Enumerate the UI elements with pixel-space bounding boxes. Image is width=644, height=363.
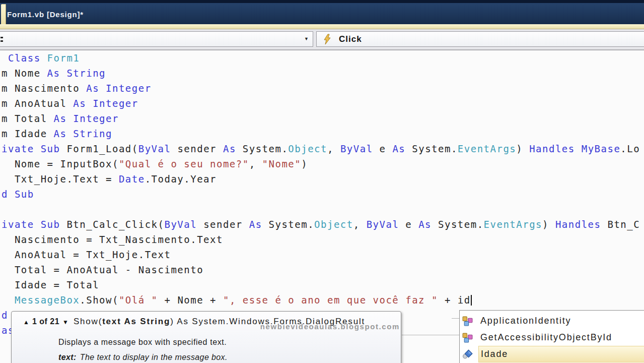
code-token: System.: [262, 219, 315, 230]
adjacent-active-tab-edge[interactable]: [1, 4, 6, 25]
code-token: Nascimento = Txt_Nascimento.Text: [2, 234, 223, 245]
vs-editor-window: Form1.vb [Design]* ▼ Click Class Form1m …: [0, 0, 644, 363]
code-token: System.: [432, 219, 484, 230]
code-token: Idade = Total: [2, 279, 99, 290]
code-token: As: [418, 219, 432, 230]
intellisense-completion-list: ApplicationIdentityGetAccessibilityObjec…: [459, 310, 644, 363]
event-combo-value: Click: [339, 34, 362, 44]
code-line: m Nascimento As Integer: [2, 81, 640, 96]
code-token: AnoAtual = Txt_Hoje.Text: [2, 249, 171, 260]
code-token: EventArgs: [458, 143, 516, 154]
code-token: ,: [353, 219, 367, 230]
scope-combo[interactable]: ▼: [0, 31, 313, 47]
overload-next-arrow-icon[interactable]: ▼: [62, 319, 68, 326]
code-token: As: [392, 143, 405, 154]
code-line: Nome = InputBox("Qual é o seu nome?", "N…: [2, 156, 640, 171]
code-token: sender: [171, 143, 223, 154]
code-token: Object: [288, 143, 327, 154]
code-line: m Idade As String: [2, 126, 640, 141]
code-token: m Total: [2, 113, 54, 124]
completion-item-label: GetAccessibilityObjectById: [478, 329, 644, 346]
code-token: "Qual é o seu nome?": [119, 158, 249, 169]
code-line: d Sub: [2, 187, 640, 202]
completion-item[interactable]: GetAccessibilityObjectById: [460, 329, 644, 346]
text-caret: [471, 295, 472, 306]
code-token: ): [301, 158, 308, 169]
code-token: e: [373, 143, 393, 154]
overload-prev-arrow-icon[interactable]: ▲: [23, 319, 29, 326]
parameter-name: text:: [58, 353, 77, 361]
code-token: .Today.Year: [145, 173, 217, 185]
code-line: MessageBox.Show("Olá " + Nome + ", esse …: [2, 292, 640, 308]
code-token: .Lo: [620, 143, 640, 154]
code-token: System.: [405, 143, 458, 154]
code-token: EventArgs: [484, 219, 542, 230]
signature-prefix: Show(: [74, 317, 102, 326]
overload-count: 1 of 21: [32, 317, 59, 326]
code-token: m Idade: [2, 128, 54, 139]
ui-artifact-line: [402, 335, 459, 335]
code-token: ByVal: [164, 219, 197, 230]
code-token: ,: [327, 143, 340, 154]
scope-combo-clipped-text: [1, 36, 3, 43]
code-line: Total = AnoAtual - Nascimento: [2, 262, 640, 277]
code-token: Nome = InputBox(: [2, 158, 119, 169]
code-token: + Nome +: [158, 294, 223, 306]
code-token: ,: [249, 158, 262, 169]
watermark-text: newbievideoaulas.blogspot.com: [260, 322, 400, 331]
code-token: As Integer: [73, 98, 138, 109]
parameter-text: The text to display in the message box.: [80, 353, 228, 361]
document-tab-bar: Form1.vb [Design]*: [0, 0, 644, 24]
class-icon: [462, 316, 478, 327]
completion-item[interactable]: ApplicationIdentity: [460, 313, 644, 329]
private-field-icon: [462, 349, 478, 360]
code-token: As Integer: [54, 113, 119, 124]
code-token: As: [223, 143, 236, 154]
code-line: ivate Sub Btn_Calc_Click(ByVal sender As…: [2, 217, 640, 232]
ui-artifact-line: [452, 318, 459, 319]
completion-item-label: Idade: [478, 346, 644, 362]
code-token: As String: [54, 128, 112, 139]
event-combo[interactable]: Click: [316, 31, 644, 47]
chevron-down-icon[interactable]: ▼: [304, 36, 309, 41]
completion-item[interactable]: Idade: [460, 346, 644, 362]
code-token: Btn_Calc_Click(: [60, 219, 164, 230]
code-line: m Total As Integer: [2, 111, 640, 126]
code-token: Date: [119, 173, 145, 185]
code-token: d Sub: [2, 189, 34, 200]
class-icon: [462, 332, 478, 343]
code-line: m Nome As String: [2, 66, 640, 81]
code-token: As Integer: [86, 83, 151, 94]
code-content: Class Form1m Nome As Stringm Nascimento …: [2, 50, 640, 338]
code-token: Handles: [529, 143, 575, 154]
code-line: Nascimento = Txt_Nascimento.Text: [2, 232, 640, 247]
code-line: [2, 202, 640, 217]
code-token: [2, 52, 8, 64]
code-line: Class Form1: [2, 50, 640, 66]
code-token: ivate Sub: [2, 219, 60, 230]
code-token: m AnoAtual: [2, 98, 73, 109]
code-token: "Olá ": [119, 294, 158, 306]
code-line: Txt_Hoje.Text = Date.Today.Year: [2, 171, 640, 187]
code-token: ByVal: [367, 219, 399, 230]
code-token: Class: [8, 52, 41, 64]
code-token: MessageBox: [15, 294, 80, 306]
tab-form1-design[interactable]: Form1.vb [Design]*: [7, 4, 84, 24]
active-tab-accent-bar: [0, 24, 644, 29]
code-token: [575, 143, 582, 154]
code-token: ", esse é o ano em que você faz ": [223, 294, 438, 306]
code-token: Object: [314, 219, 353, 230]
code-token: Txt_Hoje.Text =: [2, 173, 119, 185]
code-line: m AnoAtual As Integer: [2, 96, 640, 111]
tab-bar-top-edge: [0, 0, 644, 3]
code-token: System.: [236, 143, 289, 154]
code-token: [2, 294, 15, 306]
code-token: m Nascimento: [2, 83, 86, 94]
code-token: [41, 52, 47, 64]
code-token: + id: [438, 294, 471, 306]
code-token: ByVal: [340, 143, 373, 154]
code-token: As String: [47, 68, 106, 79]
code-line: ivate Sub Form1_Load(ByVal sender As Sys…: [2, 141, 640, 156]
code-token: Form1_Load(: [60, 143, 138, 154]
parameter-info-tooltip: ▲1 of 21▼Show(text As String) As System.…: [11, 311, 401, 363]
